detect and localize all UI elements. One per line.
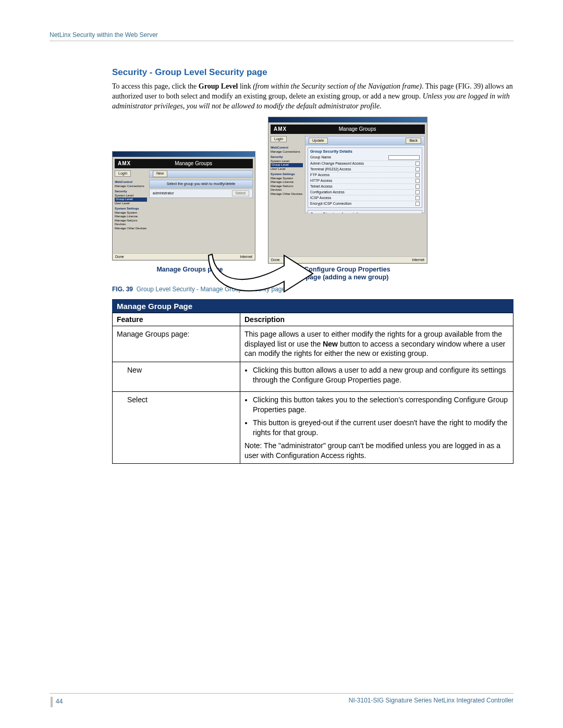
page-footer: 44 NI-3101-SIG Signature Series NetLinx … xyxy=(50,693,513,707)
login-button[interactable]: Login xyxy=(115,170,131,177)
figure-caption-left: Manage Groups page xyxy=(112,266,267,281)
group-security-details: Group Security Details Group Name Admin … xyxy=(308,147,422,208)
list-item: Clicking this button takes you to the se… xyxy=(253,395,509,415)
nav-item[interactable]: System Level xyxy=(271,159,303,164)
feature-cell: Select xyxy=(113,392,240,464)
nav-item[interactable]: Manage License xyxy=(271,180,303,184)
document-title-footer: NI-3101-SIG Signature Series NetLinx Int… xyxy=(64,697,513,704)
text: page (adding a new group) xyxy=(305,274,388,281)
nav-item-selected[interactable]: Group Level xyxy=(271,163,303,167)
list-item: Clicking this button allows a user to ad… xyxy=(253,365,509,385)
nav-item-selected[interactable]: Group Level xyxy=(115,198,147,202)
select-hint: Select the group you wish to modify/dele… xyxy=(149,180,253,188)
group-level-link-ref: Group Level xyxy=(199,82,238,90)
box-title: Group Security Details xyxy=(310,149,420,154)
checkbox[interactable] xyxy=(415,184,420,189)
checkbox[interactable] xyxy=(415,202,420,206)
field-label: Encrypt ICSP Connection xyxy=(310,202,413,206)
text: To access this page, click the xyxy=(112,82,199,90)
nav-item[interactable]: Manage Other Devices xyxy=(271,192,303,196)
nav-section: Security xyxy=(115,190,147,194)
text-italic: (from within the Security section of the… xyxy=(253,82,422,90)
figure-desc: Group Level Security - Manage Groups Sec… xyxy=(137,286,285,293)
window-title: Manage Groups xyxy=(134,161,253,166)
amx-logo: AMX xyxy=(115,161,134,166)
column-header-description: Description xyxy=(240,313,513,326)
status-internet: Internet xyxy=(412,258,424,262)
amx-logo: AMX xyxy=(271,126,290,132)
window-title: Manage Groups xyxy=(290,126,425,132)
text-bold: New xyxy=(323,340,338,348)
nav-item[interactable]: Manage NetLinx Devices xyxy=(271,184,303,192)
nav-item[interactable]: Manage Connections xyxy=(115,184,147,189)
screenshot-manage-groups: AMX Manage Groups Login WebControl Manag… xyxy=(112,151,255,261)
field-label: Telnet Access xyxy=(310,184,413,189)
status-done: Done xyxy=(271,258,280,262)
feature-label: New xyxy=(117,366,142,374)
text: Configure Group Properties xyxy=(304,266,390,273)
nav-item[interactable]: Manage License xyxy=(115,215,147,219)
nav-item[interactable]: Manage System xyxy=(115,211,147,215)
nav-section: System Settings xyxy=(271,172,303,177)
table-title: Manage Group Page xyxy=(113,299,513,313)
status-internet: Internet xyxy=(240,255,252,258)
status-done: Done xyxy=(115,255,124,258)
description-cell: Clicking this button takes you to the se… xyxy=(240,392,513,464)
group-row[interactable]: administrator Select xyxy=(149,189,253,198)
nav-section: WebControl xyxy=(115,180,147,184)
text: link xyxy=(238,82,253,90)
group-name-input[interactable] xyxy=(388,155,420,160)
nav-item[interactable]: System Level xyxy=(115,194,147,198)
checkbox[interactable] xyxy=(415,196,420,200)
nav-section: WebControl xyxy=(271,146,303,150)
field-label: Group Name xyxy=(310,155,388,160)
nav-item[interactable]: Manage Other Devices xyxy=(115,227,147,231)
checkbox[interactable] xyxy=(415,167,420,171)
nav-sidebar: Login WebControl Manage Connections Secu… xyxy=(271,136,303,196)
field-label: Configuration Access xyxy=(310,190,413,194)
field-label: ICSP Access xyxy=(310,196,413,200)
login-button[interactable]: Login xyxy=(271,136,287,142)
group-name: administrator xyxy=(153,191,174,195)
manage-group-page-table: Manage Group Page Feature Description Ma… xyxy=(112,299,513,464)
section-heading: Security - Group Level Security page xyxy=(112,67,513,78)
description-cell: Clicking this button allows a user to ad… xyxy=(240,362,513,392)
list-item: This button is greyed-out if the current… xyxy=(253,418,509,438)
screenshot-config-group-props: AMX Manage Groups Login WebControl Manag… xyxy=(268,117,427,264)
nav-item[interactable]: Manage Connections xyxy=(271,150,303,154)
nav-sidebar: Login WebControl Manage Connections Secu… xyxy=(115,170,147,230)
feature-cell: New xyxy=(113,362,240,392)
select-button[interactable]: Select xyxy=(232,190,249,196)
feature-cell: Manage Groups page: xyxy=(113,326,240,362)
intro-paragraph: To access this page, click the Group Lev… xyxy=(112,82,513,112)
field-label: FTP Access xyxy=(310,173,413,177)
group-directory-associations: Group Directory Associations / amxweb im… xyxy=(308,210,422,213)
nav-item[interactable]: User Level xyxy=(271,167,303,171)
note-text: Note: The "administrator" group can't be… xyxy=(244,441,509,461)
checkbox[interactable] xyxy=(415,173,420,177)
field-label: HTTP Access xyxy=(310,179,413,183)
box-title: Group Directory Associations xyxy=(310,212,420,213)
nav-section: Security xyxy=(271,155,303,159)
nav-section: System Settings xyxy=(115,207,147,211)
figure-number-line: FIG. 39 Group Level Security - Manage Gr… xyxy=(112,286,513,293)
figure-39: AMX Manage Groups Login WebControl Manag… xyxy=(112,117,427,281)
back-button[interactable]: Back xyxy=(406,138,421,144)
checkbox[interactable] xyxy=(415,179,420,183)
feature-label: Select xyxy=(117,396,148,404)
field-label: Terminal (RS232) Access xyxy=(310,167,413,171)
nav-item[interactable]: User Level xyxy=(115,202,147,206)
figure-label: FIG. 39 xyxy=(112,286,133,293)
description-cell: This page allows a user to either modify… xyxy=(240,326,513,362)
checkbox[interactable] xyxy=(415,162,420,166)
running-header: NetLinx Security within the Web Server xyxy=(50,31,513,41)
page-number: 44 xyxy=(50,697,64,707)
field-label: Admin Change Password Access xyxy=(310,162,413,166)
update-button[interactable]: Update xyxy=(309,138,328,144)
nav-item[interactable]: Manage NetLinx Devices xyxy=(115,219,147,227)
figure-caption-right: Configure Group Properties page (adding … xyxy=(267,266,427,281)
column-header-feature: Feature xyxy=(113,313,240,326)
nav-item[interactable]: Manage System xyxy=(271,177,303,181)
checkbox[interactable] xyxy=(415,190,420,194)
new-button[interactable]: New xyxy=(153,170,167,177)
